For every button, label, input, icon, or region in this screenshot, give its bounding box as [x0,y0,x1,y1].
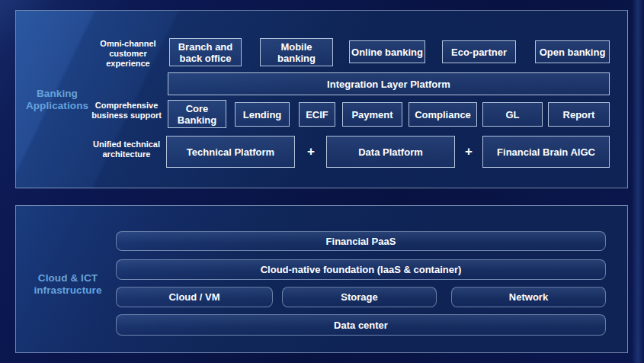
box-financial-brain-aigc: Financial Brain AIGC [482,136,610,168]
box-payment: Payment [342,102,402,127]
box-open-banking: Open banking [535,40,610,63]
box-data-center: Data center [116,314,606,336]
box-financial-paas: Financial PaaS [116,231,606,251]
box-gl: GL [482,102,543,127]
box-lending: Lending [235,102,290,127]
cloud-ict-title: Cloud & ICT infrastructure [26,272,110,297]
box-eco-partner: Eco-partner [442,40,516,63]
banking-applications-title: Banking Applications [17,88,98,112]
plus-separator: + [301,136,321,168]
background-light-streak [632,0,644,363]
box-compliance: Compliance [409,102,477,127]
box-data-platform: Data Platform [326,136,455,168]
architecture-diagram: Banking Applications Omni-channel custom… [0,0,644,363]
business-support-label: Comprehensive business support [87,101,166,120]
box-branch-back-office: Branch and back office [169,38,242,66]
plus-separator: + [459,136,479,168]
box-cloud-native-foundation: Cloud-native foundation (IaaS & containe… [116,259,606,280]
box-integration-layer-platform: Integration Layer Platform [168,72,610,95]
box-online-banking: Online banking [349,40,425,63]
box-core-banking: Core Banking [168,100,226,128]
box-ecif: ECIF [299,102,335,127]
omni-channel-label: Omni-channel customer experience [90,39,166,69]
unified-architecture-label: Unified technical architecture [87,140,166,159]
box-cloud-vm: Cloud / VM [116,287,273,307]
box-report: Report [548,102,610,127]
box-mobile-banking: Mobile banking [260,38,333,66]
box-storage: Storage [282,287,437,307]
box-network: Network [451,287,606,307]
box-technical-platform: Technical Platform [166,136,295,168]
